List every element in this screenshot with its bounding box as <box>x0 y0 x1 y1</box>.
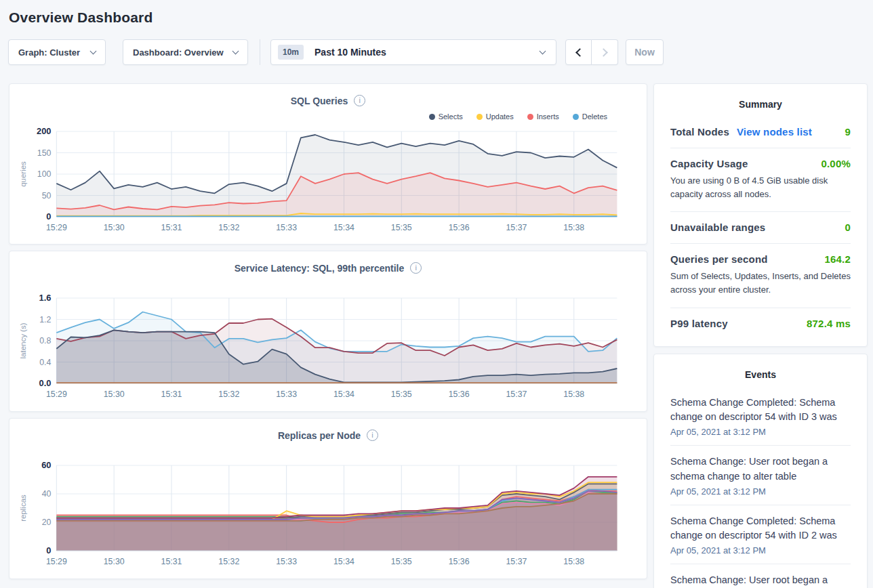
svg-text:0.0: 0.0 <box>39 378 52 388</box>
chart-title: SQL Queries <box>291 96 348 106</box>
svg-text:15:38: 15:38 <box>563 223 584 232</box>
sql-queries-plot[interactable]: 05010015020015:2915:3015:3115:3215:3315:… <box>16 122 640 238</box>
event-text: Schema Change: User root began a schema … <box>670 455 851 484</box>
svg-text:15:35: 15:35 <box>391 557 412 566</box>
graph-dropdown[interactable]: Graph: Cluster <box>8 39 106 65</box>
svg-text:15:37: 15:37 <box>506 557 527 566</box>
event-text: Schema Change Completed: Schema change o… <box>670 514 851 544</box>
svg-text:15:36: 15:36 <box>449 390 470 399</box>
metric-label: Queries per second <box>670 253 768 265</box>
info-icon[interactable]: i <box>367 429 378 441</box>
page-title: Overview Dashboard <box>9 9 873 26</box>
svg-text:15:34: 15:34 <box>333 223 354 232</box>
summary-metric-row: Capacity Usage0.00%You are using 0 B of … <box>670 148 851 212</box>
event-item: Schema Change Completed: Schema change o… <box>670 505 851 565</box>
svg-text:15:38: 15:38 <box>563 557 584 566</box>
legend-dot-icon <box>476 114 483 120</box>
legend-dot-icon <box>573 114 579 120</box>
events-title: Events <box>670 366 851 387</box>
svg-text:50: 50 <box>42 191 52 201</box>
legend-label: Deletes <box>582 112 607 121</box>
svg-text:15:35: 15:35 <box>391 223 412 232</box>
summary-panel: Summary Total NodesView nodes list9Capac… <box>653 83 868 347</box>
now-button-disabled[interactable]: Now <box>626 39 664 65</box>
legend-label: Selects <box>439 112 463 121</box>
service-latency-plot[interactable]: 0.00.40.81.21.615:2915:3015:3115:3215:33… <box>16 289 640 405</box>
event-timestamp: Apr 05, 2021 at 3:12 PM <box>670 545 851 555</box>
metric-value: 0.00% <box>821 158 851 169</box>
overview-dashboard-page: Overview Dashboard Graph: Cluster Dashbo… <box>0 9 873 588</box>
metric-label: Total Nodes <box>670 126 729 138</box>
chevron-down-icon <box>232 47 239 54</box>
svg-text:15:38: 15:38 <box>563 390 584 399</box>
svg-text:15:30: 15:30 <box>104 557 125 566</box>
summary-metric-row: Total NodesView nodes list9 <box>670 117 851 148</box>
metric-value: 9 <box>845 126 851 138</box>
svg-text:20: 20 <box>42 518 52 527</box>
svg-text:15:33: 15:33 <box>276 557 297 566</box>
legend-item: Updates <box>476 112 514 121</box>
event-text: Schema Change Completed: Schema change o… <box>670 396 851 425</box>
svg-text:15:30: 15:30 <box>104 390 125 399</box>
event-text: Schema Change: User root began a schema … <box>670 573 851 588</box>
legend-label: Inserts <box>537 112 559 121</box>
view-nodes-list-link[interactable]: View nodes list <box>737 126 812 138</box>
metric-value: 0 <box>845 222 851 233</box>
svg-text:15:29: 15:29 <box>46 390 67 399</box>
summary-metrics-list: Total NodesView nodes list9Capacity Usag… <box>670 117 851 339</box>
svg-text:40: 40 <box>42 489 52 499</box>
sidebar-column: Summary Total NodesView nodes list9Capac… <box>653 83 868 588</box>
chart-title: Service Latency: SQL, 99th percentile <box>235 263 405 274</box>
charts-column: SQL Queries i SelectsUpdatesInsertsDelet… <box>9 83 647 579</box>
y-axis-title: replicas <box>19 495 27 522</box>
svg-text:15:34: 15:34 <box>333 557 354 566</box>
chevron-left-icon <box>575 48 584 57</box>
time-pager <box>565 39 618 65</box>
svg-text:15:37: 15:37 <box>506 390 527 399</box>
svg-text:150: 150 <box>37 148 52 158</box>
next-range-button-disabled[interactable] <box>592 39 618 65</box>
chevron-right-icon <box>599 48 608 57</box>
svg-text:15:36: 15:36 <box>449 223 470 232</box>
svg-text:0.4: 0.4 <box>39 358 51 367</box>
event-item: Schema Change: User root began a schema … <box>670 564 851 588</box>
info-icon[interactable]: i <box>354 95 365 106</box>
svg-text:15:29: 15:29 <box>46 557 67 566</box>
time-range-selector[interactable]: 10m Past 10 Minutes <box>270 39 556 65</box>
time-range-badge: 10m <box>278 45 304 60</box>
chart-card-service-latency: Service Latency: SQL, 99th percentile i … <box>9 251 647 412</box>
svg-text:15:32: 15:32 <box>218 557 239 566</box>
svg-text:15:31: 15:31 <box>161 557 182 566</box>
svg-text:60: 60 <box>41 460 51 470</box>
metric-description: You are using 0 B of 4.5 GiB usable disk… <box>670 174 851 201</box>
svg-text:1.2: 1.2 <box>39 315 51 324</box>
chart-title: Replicas per Node <box>278 430 361 441</box>
metric-value: 164.2 <box>824 253 851 265</box>
metric-description: Sum of Selects, Updates, Inserts, and De… <box>670 270 851 297</box>
svg-text:0.8: 0.8 <box>39 336 51 345</box>
svg-text:15:31: 15:31 <box>161 223 182 232</box>
summary-title: Summary <box>670 96 851 117</box>
previous-range-button[interactable] <box>565 39 592 65</box>
events-list: Schema Change Completed: Schema change o… <box>670 387 851 588</box>
dashboard-dropdown[interactable]: Dashboard: Overview <box>123 39 248 65</box>
replicas-per-node-plot[interactable]: 020406015:2915:3015:3115:3215:3315:3415:… <box>16 456 640 572</box>
chart-card-replicas-per-node: Replicas per Node i 020406015:2915:3015:… <box>9 418 647 579</box>
chart-title-row: SQL Queries i <box>16 95 640 106</box>
legend-item: Selects <box>429 112 463 121</box>
event-item: Schema Change Completed: Schema change o… <box>670 387 851 446</box>
svg-text:100: 100 <box>37 169 52 179</box>
svg-text:15:31: 15:31 <box>161 390 182 399</box>
chart-card-sql-queries: SQL Queries i SelectsUpdatesInsertsDelet… <box>9 83 647 245</box>
chevron-down-icon <box>540 47 546 54</box>
summary-metric-row: Queries per second164.2Sum of Selects, U… <box>670 244 851 308</box>
info-icon[interactable]: i <box>410 262 422 274</box>
svg-text:15:33: 15:33 <box>276 390 297 399</box>
event-timestamp: Apr 05, 2021 at 3:12 PM <box>670 427 851 437</box>
summary-metric-row: P99 latency872.4 ms <box>670 308 851 339</box>
y-axis-title: queries <box>19 161 27 187</box>
summary-metric-row: Unavailable ranges0 <box>670 212 851 244</box>
metric-label: P99 latency <box>670 318 728 329</box>
chart-legend: SelectsUpdatesInsertsDeletes <box>16 106 640 122</box>
content-area: SQL Queries i SelectsUpdatesInsertsDelet… <box>9 83 868 588</box>
